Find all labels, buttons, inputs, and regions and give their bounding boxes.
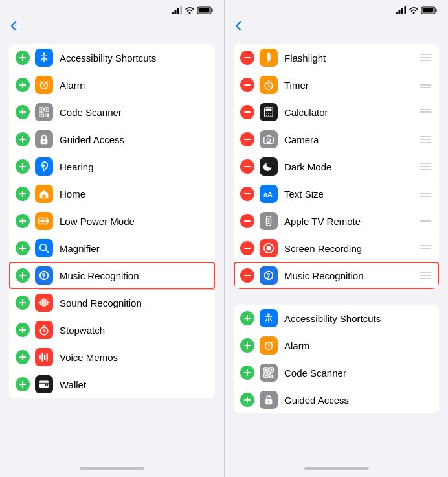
list-item-stopwatch[interactable]: Stopwatch bbox=[9, 316, 215, 343]
add-button[interactable] bbox=[240, 366, 254, 380]
guided-access-label: Guided Access bbox=[60, 134, 207, 145]
svg-rect-67 bbox=[267, 56, 270, 60]
left-scroll[interactable]: Accessibility ShortcutsAlarmCode Scanner… bbox=[0, 36, 224, 463]
remove-button[interactable] bbox=[240, 132, 254, 146]
remove-button[interactable] bbox=[240, 159, 254, 174]
svg-rect-99 bbox=[244, 345, 251, 346]
add-button[interactable] bbox=[16, 350, 30, 364]
list-item-dark-mode[interactable]: Dark Mode bbox=[234, 153, 439, 180]
left-home-indicator bbox=[0, 463, 224, 477]
list-item-accessibility-shortcuts[interactable]: Accessibility Shortcuts bbox=[9, 44, 215, 71]
right-back-button[interactable] bbox=[235, 21, 241, 31]
code-scanner-label: Code Scanner bbox=[60, 107, 207, 118]
guided-access-icon bbox=[35, 130, 53, 148]
svg-point-57 bbox=[46, 384, 47, 386]
list-item-low-power-mode[interactable]: Low Power Mode bbox=[9, 207, 215, 235]
svg-point-74 bbox=[268, 113, 269, 114]
accessibility-shortcuts-r-label: Accessibility Shortcuts bbox=[284, 313, 431, 324]
list-item-apple-tv-remote[interactable]: Apple TV Remote bbox=[234, 207, 439, 235]
list-item-guided-access-r[interactable]: Guided Access bbox=[234, 386, 439, 413]
svg-point-28 bbox=[43, 164, 45, 167]
add-button[interactable] bbox=[16, 51, 30, 65]
svg-point-77 bbox=[268, 115, 269, 116]
list-item-calculator[interactable]: Calculator bbox=[234, 99, 439, 126]
list-item-sound-recognition[interactable]: Sound Recognition bbox=[9, 289, 215, 316]
flashlight-icon bbox=[260, 49, 278, 67]
drag-handle[interactable] bbox=[420, 272, 431, 279]
add-button[interactable] bbox=[16, 268, 30, 283]
add-button[interactable] bbox=[240, 311, 254, 325]
right-phone-panel: FlashlightTimerCalculatorCameraDark Mode… bbox=[224, 0, 448, 477]
drag-handle[interactable] bbox=[420, 191, 431, 198]
drag-handle[interactable] bbox=[420, 218, 431, 225]
remove-button[interactable] bbox=[240, 187, 254, 201]
list-item-guided-access[interactable]: Guided Access bbox=[9, 126, 215, 153]
remove-button[interactable] bbox=[240, 214, 254, 228]
drag-handle[interactable] bbox=[420, 136, 431, 143]
add-button[interactable] bbox=[16, 105, 30, 119]
camera-label: Camera bbox=[284, 134, 420, 145]
svg-rect-90 bbox=[244, 248, 251, 249]
add-button[interactable] bbox=[16, 323, 30, 337]
list-item-music-recognition[interactable]: Music Recognition bbox=[9, 262, 215, 289]
alarm-label: Alarm bbox=[60, 80, 207, 91]
accessibility-shortcuts-icon bbox=[35, 49, 53, 67]
remove-button[interactable] bbox=[240, 268, 254, 283]
remove-button[interactable] bbox=[240, 78, 254, 92]
svg-rect-51 bbox=[44, 355, 45, 360]
list-item-magnifier[interactable]: Magnifier bbox=[9, 235, 215, 262]
add-button[interactable] bbox=[16, 214, 30, 228]
list-item-music-recognition-inc[interactable]: Music Recognition bbox=[234, 262, 439, 289]
add-button[interactable] bbox=[16, 241, 30, 255]
drag-handle[interactable] bbox=[420, 163, 431, 170]
list-item-accessibility-shortcuts-r[interactable]: Accessibility Shortcuts bbox=[234, 305, 439, 332]
left-back-button[interactable] bbox=[10, 21, 17, 31]
low-power-mode-icon bbox=[35, 212, 53, 230]
drag-handle[interactable] bbox=[420, 245, 431, 252]
remove-button[interactable] bbox=[240, 241, 254, 255]
add-button[interactable] bbox=[16, 78, 30, 92]
alarm-r-label: Alarm bbox=[284, 340, 431, 351]
right-scroll[interactable]: FlashlightTimerCalculatorCameraDark Mode… bbox=[225, 36, 448, 463]
drag-handle[interactable] bbox=[420, 109, 431, 116]
list-item-alarm-r[interactable]: Alarm bbox=[234, 332, 439, 359]
svg-rect-43 bbox=[19, 302, 26, 303]
list-item-hearing[interactable]: Hearing bbox=[9, 153, 215, 180]
screen-recording-icon bbox=[260, 239, 278, 257]
add-button[interactable] bbox=[16, 296, 30, 310]
signal-icon bbox=[172, 6, 182, 14]
code-scanner-icon bbox=[35, 103, 53, 121]
timer-label: Timer bbox=[284, 80, 420, 91]
svg-rect-88 bbox=[267, 221, 270, 222]
add-button[interactable] bbox=[240, 393, 254, 407]
svg-rect-3 bbox=[181, 6, 183, 14]
add-button[interactable] bbox=[16, 159, 30, 174]
list-item-wallet[interactable]: Wallet bbox=[9, 371, 215, 398]
svg-rect-12 bbox=[19, 84, 26, 86]
list-item-code-scanner[interactable]: Code Scanner bbox=[9, 99, 215, 126]
list-item-voice-memos[interactable]: Voice Memos bbox=[9, 343, 215, 371]
low-power-mode-label: Low Power Mode bbox=[60, 216, 207, 227]
add-button[interactable] bbox=[16, 132, 30, 146]
drag-handle[interactable] bbox=[420, 82, 431, 89]
svg-point-97 bbox=[267, 313, 270, 316]
list-item-flashlight[interactable]: Flashlight bbox=[234, 44, 439, 71]
drag-handle[interactable] bbox=[420, 54, 431, 62]
add-button[interactable] bbox=[16, 187, 30, 201]
svg-point-62 bbox=[413, 12, 415, 14]
list-item-code-scanner-r[interactable]: Code Scanner bbox=[234, 359, 439, 386]
list-item-camera[interactable]: Camera bbox=[234, 126, 439, 153]
screen-recording-label: Screen Recording bbox=[284, 243, 420, 254]
alarm-icon bbox=[35, 76, 53, 94]
list-item-timer[interactable]: Timer bbox=[234, 71, 439, 99]
list-item-screen-recording[interactable]: Screen Recording bbox=[234, 235, 439, 262]
remove-button[interactable] bbox=[240, 51, 254, 65]
svg-rect-66 bbox=[244, 57, 251, 58]
add-button[interactable] bbox=[240, 338, 254, 353]
list-item-home[interactable]: Home bbox=[9, 180, 215, 207]
list-item-text-size[interactable]: aAText Size bbox=[234, 180, 439, 207]
add-button[interactable] bbox=[16, 377, 30, 391]
list-item-alarm[interactable]: Alarm bbox=[9, 71, 215, 99]
svg-rect-21 bbox=[41, 114, 43, 116]
remove-button[interactable] bbox=[240, 105, 254, 119]
